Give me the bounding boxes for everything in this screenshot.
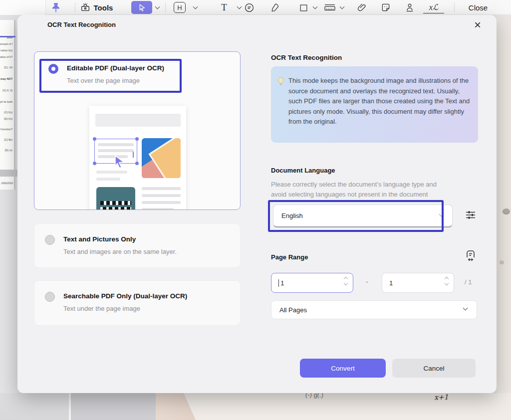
pointer-icon [138, 3, 146, 12]
panel-heading: OCR Text Recognition [271, 54, 342, 61]
info-box: This mode keeps the background image and… [271, 66, 478, 143]
pebble-decoration [500, 260, 504, 264]
illustration-photo-teal [96, 187, 135, 210]
rectangle-chevron[interactable] [311, 0, 318, 15]
document-text-fragment: x+1 [434, 392, 449, 402]
page-from-input[interactable]: 1 [271, 273, 353, 293]
toolbox-icon[interactable] [79, 0, 92, 15]
highlight-frame-icon[interactable]: H [173, 0, 187, 15]
radio-unselected[interactable] [45, 235, 55, 245]
pebble-decoration [503, 209, 510, 214]
toolbar-separator [165, 2, 166, 12]
pointer-tool-chevron[interactable] [154, 0, 161, 15]
page-range-icon[interactable] [463, 248, 478, 263]
illustration-cursor-icon [113, 155, 126, 170]
screen: Tools H T [0, 0, 511, 420]
range-separator: - [366, 278, 368, 285]
background-document: (-) g(.) x+1 [156, 393, 511, 420]
sticker-icon[interactable] [379, 0, 392, 15]
background-panel [0, 393, 69, 420]
pin-icon[interactable] [50, 0, 62, 15]
page-from-value: 1 [280, 279, 284, 287]
text-cursor [278, 279, 279, 287]
background-document-edge [497, 15, 511, 420]
option-card-searchable-pdf[interactable]: Searchable PDF Only (Dual-layer OCR) Tex… [34, 280, 241, 326]
total-pages-label: / 1 [465, 278, 472, 286]
comment-icon[interactable] [243, 0, 256, 15]
option-title: Text and Pictures Only [63, 235, 177, 243]
adjust-sliders-icon[interactable] [463, 208, 478, 222]
language-value: English [281, 212, 303, 219]
thumbnail-divider [0, 170, 17, 177]
lightbulb-icon [277, 77, 285, 86]
cancel-button[interactable]: Cancel [392, 359, 476, 378]
page-range-label: Page Range [271, 253, 308, 261]
option-subtitle: Text under the page image [63, 305, 187, 312]
ruler-chevron[interactable] [338, 0, 345, 15]
toolbar-separator [454, 2, 455, 12]
thumbnail-text: SUB concept of f and when f(x) the value… [0, 30, 14, 152]
page-to-value: 1 [389, 279, 393, 287]
rectangle-icon[interactable] [296, 0, 310, 15]
radio-unselected[interactable] [45, 292, 55, 302]
document-language-label: Document Language [271, 167, 335, 174]
signature-icon[interactable]: xℒ [423, 1, 444, 13]
page-scope-value: All Pages [279, 306, 307, 314]
thumbnail-accent-line [0, 36, 15, 37]
text-tool-chevron[interactable] [236, 0, 243, 15]
language-dropdown[interactable]: English [273, 205, 453, 227]
option-card-text-pictures[interactable]: Text and Pictures Only Text and images a… [34, 223, 241, 268]
page-scope-dropdown[interactable]: All Pages [271, 300, 477, 319]
page-edge-decoration [156, 393, 196, 420]
background-panel [71, 393, 156, 420]
illustration-text-caret [133, 152, 134, 158]
thumbnail-footer: 2002/2010 [0, 177, 15, 190]
close-app-button[interactable]: Close [465, 0, 491, 15]
option-card-editable-pdf[interactable]: Editable PDF (Dual-layer OCR) Text over … [34, 51, 241, 210]
stepper-arrows[interactable] [445, 277, 448, 285]
page-to-input[interactable]: 1 [382, 273, 454, 293]
toolbar-left-panel [0, 0, 46, 15]
mode-illustration [89, 106, 186, 210]
option-title: Searchable PDF Only (Dual-layer OCR) [63, 292, 187, 300]
illustration-photo [142, 138, 181, 178]
tools-label[interactable]: Tools [93, 0, 114, 15]
settings-panel: OCR Text Recognition This mode keeps the… [271, 15, 478, 393]
stamp-icon[interactable] [403, 0, 416, 15]
convert-button[interactable]: Convert [300, 359, 386, 378]
text-tool-icon[interactable]: T [218, 0, 231, 15]
stepper-arrows[interactable] [344, 277, 347, 285]
page-thumbnail[interactable]: SUB concept of f and when f(x) the value… [0, 20, 15, 170]
background-sidebar: SUB concept of f and when f(x) the value… [0, 15, 17, 393]
ocr-dialog: OCR Text Recognition × Editable PDF (Dua… [17, 15, 497, 393]
illustration-titlebar [95, 114, 181, 127]
option-subtitle: Text and images are on the same layer. [63, 248, 177, 255]
language-helper-text: Please correctly select the document's l… [271, 180, 437, 199]
info-text: This mode keeps the background image and… [288, 76, 471, 127]
ruler-icon[interactable] [322, 0, 337, 15]
radio-selected[interactable] [48, 64, 58, 74]
marker-icon[interactable] [268, 0, 281, 15]
pointer-tool-button[interactable] [131, 1, 152, 14]
highlight-chevron[interactable] [192, 0, 199, 15]
app-toolbar: Tools H T [0, 0, 511, 15]
dialog-title: OCR Text Recognition [47, 21, 116, 28]
toolbar-separator [75, 2, 75, 12]
option-subtitle: Text over the page image [67, 77, 164, 84]
paperclip-icon[interactable] [355, 0, 368, 15]
option-title: Editable PDF (Dual-layer OCR) [67, 64, 164, 72]
